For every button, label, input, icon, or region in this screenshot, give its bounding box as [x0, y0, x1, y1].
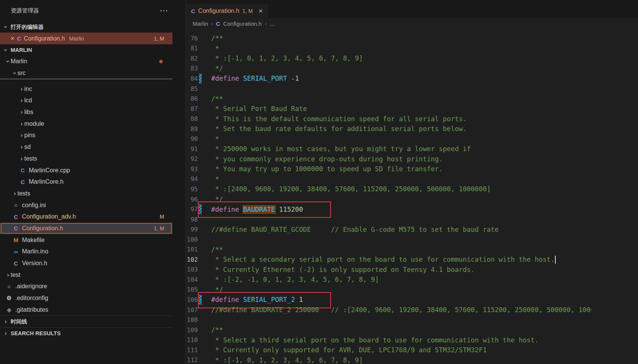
code-line-88[interactable]: 88 * This is the default communication s…	[186, 114, 638, 124]
breadcrumb-folder[interactable]: Marlin	[193, 20, 208, 27]
code-line-102[interactable]: 102 * Select a secondary serial port on …	[186, 255, 638, 265]
code-line-97[interactable]: 97#define BAUDRATE 115200	[186, 204, 638, 214]
breadcrumb-separator-icon: ›	[211, 20, 213, 27]
code-line-83[interactable]: 83 */	[186, 64, 638, 74]
gutter-spacer	[199, 335, 202, 345]
workspace-section-header[interactable]: › MARLIN	[0, 44, 172, 56]
tree-item-Makefile[interactable]: MMakefile	[0, 234, 172, 246]
code-text: /**	[211, 95, 223, 103]
tree-folder-libs[interactable]: ›libs	[0, 106, 172, 118]
code-line-85[interactable]: 85	[186, 84, 638, 94]
tree-item-Configuration.h[interactable]: CConfiguration.h1, M	[0, 223, 172, 234]
code-line-91[interactable]: 91 * 250000 works in most cases, but you…	[186, 144, 638, 154]
item-label: MarlinCore.cpp	[29, 167, 70, 174]
code-line-108[interactable]: 108	[186, 315, 638, 325]
close-editor-icon[interactable]: ×	[11, 35, 14, 42]
tree-item-.gitattributes[interactable]: ◆.gitattributes	[0, 304, 172, 316]
code-line-106[interactable]: 106#define SERIAL_PORT_2 1	[186, 295, 638, 305]
breadcrumb: Marlin › C Configuration.h › ...	[186, 18, 638, 29]
c-file-icon: C	[12, 260, 20, 267]
tree-item-Configuration_adv.h[interactable]: CConfiguration_adv.hM	[0, 211, 172, 223]
tree-item-.aiderignore[interactable]: ≡.aiderignore	[0, 281, 172, 292]
explorer-title-row: 资源管理器 ⋯	[0, 0, 172, 21]
tab-configuration-h[interactable]: C Configuration.h 1, M ×	[186, 4, 268, 18]
code-line-84[interactable]: 84#define SERIAL_PORT -1	[186, 73, 638, 84]
tree-folder-tests[interactable]: ›tests	[0, 153, 172, 165]
code-text: */	[211, 65, 223, 72]
line-number: 87	[186, 105, 198, 112]
tree-item-.editorconfig[interactable]: ⚙.editorconfig	[0, 292, 172, 304]
line-number: 93	[186, 166, 198, 173]
code-line-111[interactable]: 111 * Currently only supported for AVR, …	[186, 345, 638, 355]
code-line-112[interactable]: 112 * :[-1, 0, 1, 2, 3, 4, 5, 6, 7, 8, 9…	[186, 355, 638, 364]
breadcrumb-separator-icon: ›	[265, 20, 266, 27]
tree-folder-test[interactable]: ›test	[0, 269, 172, 281]
tree-folder-Marlin[interactable]: ›Marlin	[0, 56, 172, 67]
open-editors-label: 打开的编辑器	[11, 23, 44, 31]
code-text: * :[-2, -1, 0, 1, 2, 3, 4, 5, 6, 7, 8, 9…	[211, 276, 379, 283]
tree-item-Marlin.ino[interactable]: ∞Marlin.ino	[0, 246, 172, 258]
code-line-93[interactable]: 93 * You may try up to 1000000 to speed …	[186, 164, 638, 174]
code-line-94[interactable]: 94 *	[186, 174, 638, 184]
close-tab-icon[interactable]: ×	[259, 7, 263, 15]
more-actions-icon[interactable]: ⋯	[160, 6, 168, 16]
item-label: Marlin.ino	[22, 248, 48, 255]
tree-folder-tests[interactable]: ›tests	[0, 188, 172, 200]
timeline-header[interactable]: › 时间线	[0, 316, 172, 327]
chevron-down-icon: ›	[4, 59, 12, 64]
code-line-105[interactable]: 105 */	[186, 285, 638, 295]
code-text: * :[2400, 9600, 19200, 38400, 57600, 115…	[211, 185, 491, 193]
line-number: 98	[186, 216, 198, 223]
code-line-76[interactable]: 76/**	[186, 33, 638, 44]
tree-item-MarlinCore.h[interactable]: CMarlinCore.h	[0, 176, 172, 188]
tree-folder-inc[interactable]: ›inc	[0, 83, 172, 95]
tree-folder-sd[interactable]: ›sd	[0, 141, 172, 153]
tree-folder-module[interactable]: ›module	[0, 118, 172, 130]
code-text: *	[211, 175, 219, 183]
open-editor-item[interactable]: × C Configuration.h Marlin 1, M	[0, 33, 172, 44]
code-line-99[interactable]: 99//#define BAUD_RATE_GCODE // Enable G-…	[186, 224, 638, 234]
search-results-label: SEARCH RESULTS	[11, 330, 61, 336]
c-file-icon: C	[12, 214, 20, 220]
code-line-89[interactable]: 89 * Set the baud rate defaults for addi…	[186, 124, 638, 134]
code-line-90[interactable]: 90 *	[186, 134, 638, 144]
modified-line-gutter-indicator	[199, 204, 202, 214]
code-line-98[interactable]: 98	[186, 214, 638, 225]
item-label: .aiderignore	[15, 283, 47, 290]
tree-folder-src[interactable]: ›src	[0, 67, 172, 79]
code-line-92[interactable]: 92 * you commonly experience drop-outs d…	[186, 154, 638, 164]
code-line-107[interactable]: 107//#define BAUDRATE_2 250000 // :[2400…	[186, 305, 638, 315]
search-results-header[interactable]: › SEARCH RESULTS	[0, 328, 172, 339]
code-line-87[interactable]: 87 * Serial Port Baud Rate	[186, 104, 638, 114]
code-line-95[interactable]: 95 * :[2400, 9600, 19200, 38400, 57600, …	[186, 184, 638, 194]
code-line-110[interactable]: 110 * Select a third serial port on the …	[186, 335, 638, 345]
tree-item-MarlinCore.cpp[interactable]: CMarlinCore.cpp	[0, 164, 172, 176]
code-line-86[interactable]: 86/**	[186, 94, 638, 104]
gutter-spacer	[199, 315, 202, 325]
minimap[interactable]	[591, 29, 638, 364]
code-line-109[interactable]: 109/**	[186, 325, 638, 335]
code-line-104[interactable]: 104 * :[-2, -1, 0, 1, 2, 3, 4, 5, 6, 7, …	[186, 275, 638, 285]
code-line-81[interactable]: 81 *	[186, 44, 638, 54]
tree-item-Version.h[interactable]: CVersion.h	[0, 258, 172, 269]
code-area[interactable]: 76/**81 *82 * :[-1, 0, 1, 2, 3, 4, 5, 6,…	[186, 29, 638, 364]
code-text: #define BAUDRATE 115200	[211, 206, 303, 213]
code-text: * 250000 works in most cases, but you mi…	[211, 145, 471, 153]
open-editors-header[interactable]: › 打开的编辑器	[0, 21, 172, 33]
tree-folder-pins[interactable]: ›pins	[0, 130, 172, 141]
item-label: module	[24, 120, 44, 127]
code-text: */	[211, 286, 223, 294]
code-line-100[interactable]: 100	[186, 234, 638, 245]
code-line-101[interactable]: 101/**	[186, 244, 638, 255]
breadcrumb-symbol-ellipsis[interactable]: ...	[270, 20, 274, 27]
line-number: 112	[186, 356, 198, 364]
cpp-file-icon: C	[19, 167, 27, 173]
code-line-96[interactable]: 96 */	[186, 194, 638, 205]
breadcrumb-file[interactable]: Configuration.h	[223, 20, 262, 27]
line-number: 102	[186, 256, 198, 263]
tree-item-config.ini[interactable]: ≡config.ini	[0, 199, 172, 211]
code-line-82[interactable]: 82 * :[-1, 0, 1, 2, 3, 4, 5, 6, 7, 8, 9]	[186, 53, 638, 64]
code-line-103[interactable]: 103 * Currently Ethernet (-2) is only su…	[186, 265, 638, 275]
tree-folder-lcd[interactable]: ›lcd	[0, 95, 172, 106]
gutter-spacer	[199, 184, 202, 194]
